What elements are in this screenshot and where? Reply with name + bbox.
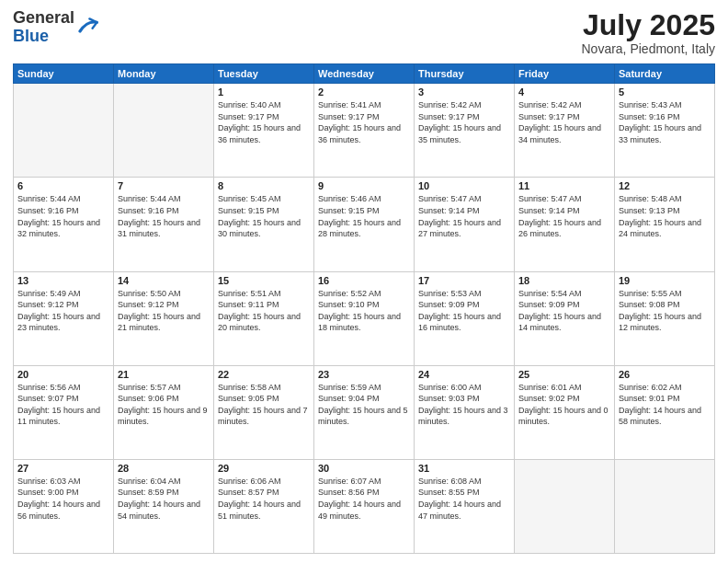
- day-info: Sunrise: 6:03 AMSunset: 9:00 PMDaylight:…: [17, 476, 109, 522]
- calendar-header-row: SundayMondayTuesdayWednesdayThursdayFrid…: [14, 64, 715, 84]
- day-info: Sunrise: 5:45 AMSunset: 9:15 PMDaylight:…: [218, 193, 310, 239]
- day-number: 20: [17, 369, 109, 380]
- page: General Blue July 2025 Novara, Piedmont,…: [0, 0, 728, 563]
- weekday-header: Friday: [515, 64, 615, 84]
- calendar-day-cell: [14, 84, 114, 178]
- calendar-day-cell: 23Sunrise: 5:59 AMSunset: 9:04 PMDayligh…: [314, 365, 415, 459]
- logo-icon: [76, 17, 98, 39]
- logo-general-text: General: [13, 8, 74, 27]
- calendar-day-cell: 2Sunrise: 5:41 AMSunset: 9:17 PMDaylight…: [314, 84, 415, 178]
- calendar-day-cell: 12Sunrise: 5:48 AMSunset: 9:13 PMDayligh…: [615, 178, 715, 271]
- day-info: Sunrise: 6:02 AMSunset: 9:01 PMDaylight:…: [619, 382, 711, 428]
- day-info: Sunrise: 5:51 AMSunset: 9:11 PMDaylight:…: [218, 288, 310, 334]
- day-info: Sunrise: 6:08 AMSunset: 8:55 PMDaylight:…: [418, 476, 510, 522]
- day-number: 14: [118, 275, 210, 286]
- day-info: Sunrise: 5:42 AMSunset: 9:17 PMDaylight:…: [418, 99, 510, 145]
- calendar-day-cell: 8Sunrise: 5:45 AMSunset: 9:15 PMDaylight…: [214, 178, 314, 271]
- calendar-day-cell: 20Sunrise: 5:56 AMSunset: 9:07 PMDayligh…: [14, 365, 114, 459]
- calendar-day-cell: 31Sunrise: 6:08 AMSunset: 8:55 PMDayligh…: [415, 459, 515, 553]
- calendar-week-row: 20Sunrise: 5:56 AMSunset: 9:07 PMDayligh…: [14, 365, 715, 459]
- calendar-day-cell: 14Sunrise: 5:50 AMSunset: 9:12 PMDayligh…: [114, 271, 214, 365]
- day-number: 12: [619, 180, 711, 191]
- calendar-day-cell: 13Sunrise: 5:49 AMSunset: 9:12 PMDayligh…: [14, 271, 114, 365]
- calendar-day-cell: 26Sunrise: 6:02 AMSunset: 9:01 PMDayligh…: [615, 365, 715, 459]
- day-info: Sunrise: 5:50 AMSunset: 9:12 PMDaylight:…: [118, 288, 210, 334]
- calendar-day-cell: 24Sunrise: 6:00 AMSunset: 9:03 PMDayligh…: [415, 365, 515, 459]
- day-info: Sunrise: 5:44 AMSunset: 9:16 PMDaylight:…: [118, 193, 210, 239]
- weekday-header: Wednesday: [314, 64, 415, 84]
- day-info: Sunrise: 6:04 AMSunset: 8:59 PMDaylight:…: [118, 476, 210, 522]
- calendar-day-cell: 4Sunrise: 5:42 AMSunset: 9:17 PMDaylight…: [515, 84, 615, 178]
- day-info: Sunrise: 5:43 AMSunset: 9:16 PMDaylight:…: [619, 99, 711, 145]
- day-number: 31: [418, 463, 510, 474]
- day-info: Sunrise: 5:53 AMSunset: 9:09 PMDaylight:…: [418, 288, 510, 334]
- day-info: Sunrise: 6:07 AMSunset: 8:56 PMDaylight:…: [318, 476, 410, 522]
- day-number: 5: [619, 86, 711, 98]
- calendar-day-cell: 22Sunrise: 5:58 AMSunset: 9:05 PMDayligh…: [214, 365, 314, 459]
- day-number: 9: [318, 180, 410, 191]
- calendar-day-cell: [515, 459, 615, 553]
- calendar-week-row: 6Sunrise: 5:44 AMSunset: 9:16 PMDaylight…: [14, 178, 715, 271]
- calendar-day-cell: 11Sunrise: 5:47 AMSunset: 9:14 PMDayligh…: [515, 178, 615, 271]
- calendar-day-cell: 21Sunrise: 5:57 AMSunset: 9:06 PMDayligh…: [114, 365, 214, 459]
- day-number: 28: [118, 463, 210, 474]
- calendar-day-cell: 15Sunrise: 5:51 AMSunset: 9:11 PMDayligh…: [214, 271, 314, 365]
- calendar-table: SundayMondayTuesdayWednesdayThursdayFrid…: [13, 63, 715, 554]
- day-info: Sunrise: 6:00 AMSunset: 9:03 PMDaylight:…: [418, 382, 510, 428]
- day-number: 23: [318, 369, 410, 380]
- day-number: 17: [418, 275, 510, 286]
- day-number: 18: [518, 275, 610, 286]
- day-number: 4: [518, 86, 610, 98]
- day-info: Sunrise: 5:52 AMSunset: 9:10 PMDaylight:…: [318, 288, 410, 334]
- calendar-day-cell: 27Sunrise: 6:03 AMSunset: 9:00 PMDayligh…: [14, 459, 114, 553]
- month-title: July 2025: [581, 9, 715, 41]
- calendar-day-cell: 28Sunrise: 6:04 AMSunset: 8:59 PMDayligh…: [114, 459, 214, 553]
- day-number: 19: [619, 275, 711, 286]
- logo: General Blue: [13, 9, 98, 46]
- day-number: 15: [218, 275, 310, 286]
- calendar-week-row: 1Sunrise: 5:40 AMSunset: 9:17 PMDaylight…: [14, 84, 715, 178]
- calendar-day-cell: 7Sunrise: 5:44 AMSunset: 9:16 PMDaylight…: [114, 178, 214, 271]
- day-info: Sunrise: 5:42 AMSunset: 9:17 PMDaylight:…: [518, 99, 610, 145]
- day-info: Sunrise: 5:46 AMSunset: 9:15 PMDaylight:…: [318, 193, 410, 239]
- day-info: Sunrise: 5:44 AMSunset: 9:16 PMDaylight:…: [17, 193, 109, 239]
- day-number: 1: [218, 86, 310, 98]
- calendar-day-cell: 16Sunrise: 5:52 AMSunset: 9:10 PMDayligh…: [314, 271, 415, 365]
- day-info: Sunrise: 5:55 AMSunset: 9:08 PMDaylight:…: [619, 288, 711, 334]
- header: General Blue July 2025 Novara, Piedmont,…: [13, 9, 715, 56]
- day-number: 11: [518, 180, 610, 191]
- day-number: 29: [218, 463, 310, 474]
- day-info: Sunrise: 6:06 AMSunset: 8:57 PMDaylight:…: [218, 476, 310, 522]
- day-number: 30: [318, 463, 410, 474]
- day-info: Sunrise: 5:48 AMSunset: 9:13 PMDaylight:…: [619, 193, 711, 239]
- day-number: 26: [619, 369, 711, 380]
- day-number: 3: [418, 86, 510, 98]
- calendar-day-cell: 17Sunrise: 5:53 AMSunset: 9:09 PMDayligh…: [415, 271, 515, 365]
- calendar-day-cell: 30Sunrise: 6:07 AMSunset: 8:56 PMDayligh…: [314, 459, 415, 553]
- calendar-day-cell: 29Sunrise: 6:06 AMSunset: 8:57 PMDayligh…: [214, 459, 314, 553]
- calendar-day-cell: [615, 459, 715, 553]
- weekday-header: Tuesday: [214, 64, 314, 84]
- day-info: Sunrise: 5:59 AMSunset: 9:04 PMDaylight:…: [318, 382, 410, 428]
- calendar-day-cell: 5Sunrise: 5:43 AMSunset: 9:16 PMDaylight…: [615, 84, 715, 178]
- calendar-day-cell: 6Sunrise: 5:44 AMSunset: 9:16 PMDaylight…: [14, 178, 114, 271]
- day-info: Sunrise: 5:47 AMSunset: 9:14 PMDaylight:…: [418, 193, 510, 239]
- weekday-header: Sunday: [14, 64, 114, 84]
- day-info: Sunrise: 6:01 AMSunset: 9:02 PMDaylight:…: [518, 382, 610, 428]
- calendar-day-cell: 18Sunrise: 5:54 AMSunset: 9:09 PMDayligh…: [515, 271, 615, 365]
- day-info: Sunrise: 5:49 AMSunset: 9:12 PMDaylight:…: [17, 288, 109, 334]
- calendar-day-cell: 19Sunrise: 5:55 AMSunset: 9:08 PMDayligh…: [615, 271, 715, 365]
- day-number: 13: [17, 275, 109, 286]
- day-info: Sunrise: 5:56 AMSunset: 9:07 PMDaylight:…: [17, 382, 109, 428]
- day-info: Sunrise: 5:57 AMSunset: 9:06 PMDaylight:…: [118, 382, 210, 428]
- day-info: Sunrise: 5:54 AMSunset: 9:09 PMDaylight:…: [518, 288, 610, 334]
- calendar-week-row: 13Sunrise: 5:49 AMSunset: 9:12 PMDayligh…: [14, 271, 715, 365]
- day-number: 7: [118, 180, 210, 191]
- day-number: 6: [17, 180, 109, 191]
- day-number: 27: [17, 463, 109, 474]
- logo-blue-text: Blue: [13, 27, 49, 45]
- day-info: Sunrise: 5:47 AMSunset: 9:14 PMDaylight:…: [518, 193, 610, 239]
- day-number: 22: [218, 369, 310, 380]
- calendar-day-cell: 9Sunrise: 5:46 AMSunset: 9:15 PMDaylight…: [314, 178, 415, 271]
- calendar-day-cell: 3Sunrise: 5:42 AMSunset: 9:17 PMDaylight…: [415, 84, 515, 178]
